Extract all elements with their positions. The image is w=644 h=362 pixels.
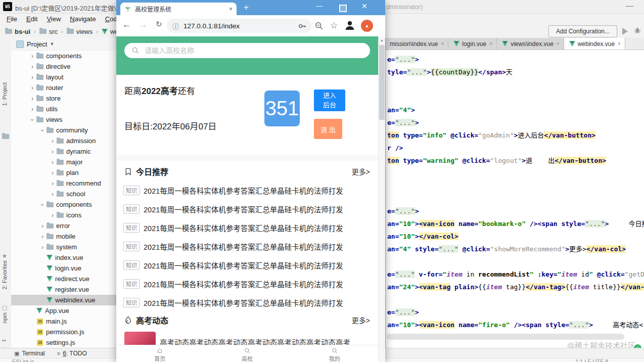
page-info-icon[interactable]: ⓘ [172,21,179,31]
school-search-box[interactable] [124,43,370,58]
tree-item-redirect-vue[interactable]: redirect.vue [11,274,116,284]
browser-tab[interactable]: 高校管理系统 × [120,3,237,15]
tree-item-admission[interactable]: ›admission [11,135,116,146]
tree-item-plan[interactable]: ›plan [11,167,116,178]
close-icon[interactable]: × [557,41,560,47]
tree-item-components[interactable]: ›components [11,199,116,210]
debug-icon[interactable] [634,27,641,34]
tree-item-login-vue[interactable]: login.vue [11,263,116,274]
tree-item-register-vue[interactable]: register.vue [11,284,116,295]
editor-tab-webindex-vue[interactable]: webindex.vue× [564,38,625,50]
recommend-item[interactable]: 知识2021每周一模各科实体机参考答案汇总单晶硅卡机的法师打发 [123,240,343,252]
editor-tab-login-vue[interactable]: login.vue× [448,38,497,50]
tree-item-store[interactable]: ›store [11,93,116,104]
tree-item-router[interactable]: ›router [11,82,116,93]
recommend-item[interactable]: 知识2021每周一模各科实体机参考答案汇总单晶硅卡机的法师打发 [123,184,343,196]
nav-item-首页[interactable]: 首页 [116,345,204,362]
tree-item-webindex-vue[interactable]: webindex.vue [11,295,116,305]
recommend-item[interactable]: 知识2021每周一模各科实体机参考答案汇总单晶硅卡机的法师打发 [123,203,343,215]
recommend-item[interactable]: 知识2021每周一模各科实体机参考答案汇总单晶硅卡机的法师打发 [123,221,343,234]
menu-view[interactable]: View [42,15,65,23]
tool-window-favorites[interactable]: 2: Favorites [2,260,8,289]
tree-item-utils[interactable]: ›utils [11,104,116,114]
tree-item-school[interactable]: ›school [11,189,116,199]
tree-item-recommend[interactable]: ›recommend [11,178,116,189]
nav-item-我的[interactable]: 我的 [291,345,378,362]
tree-item-icons[interactable]: ›icons [11,210,116,220]
tree-item-views[interactable]: ›views [11,114,116,125]
editor-tab-views-index-vue[interactable]: views\index.vue× [497,38,564,50]
breadcrumb-views[interactable]: views [66,28,93,35]
close-icon[interactable]: × [441,41,444,47]
scroll-up-arrow-icon[interactable]: ▲ [380,38,384,42]
favorites-star-icon[interactable]: ★ [2,253,7,259]
tree-item-error[interactable]: ›error [11,220,116,231]
browser-scrollbar[interactable]: ▲ [378,36,385,362]
back-button[interactable]: ← [122,20,131,30]
tab-close-icon[interactable]: × [229,6,233,13]
tree-item-community[interactable]: ›community [11,125,116,135]
tree-item-major[interactable]: ›major [11,157,116,167]
tree-item-settings-js[interactable]: JSsettings.js [11,337,116,348]
browser-maximize-button[interactable] [339,5,347,12]
menu-file[interactable]: File [2,15,22,23]
password-key-icon[interactable] [298,22,306,30]
tree-item-mobile[interactable]: ›mobile [11,231,116,242]
forward-button[interactable]: → [139,20,148,30]
recommend-item[interactable]: 知识2021每周一模各科实体机参考答案汇总单晶硅卡机的法师打发 [123,278,343,290]
browser-close-button[interactable]: ✕ [361,2,367,10]
menu-navigate[interactable]: Navigate [65,15,100,23]
recommend-section-title: 今日推荐 [136,165,352,177]
tree-item-directive[interactable]: ›directive [11,61,116,72]
breadcrumb-bsui[interactable]: bs-ui [4,28,30,35]
zoom-icon[interactable] [314,21,324,30]
npm-strip-icon[interactable]: ▢ [2,304,7,311]
tree-item-App-vue[interactable]: App.vue [11,305,116,316]
chevron-right-icon: › [29,63,35,70]
tool-window-npm[interactable]: npm [2,312,8,323]
tree-item-system[interactable]: ›system [11,242,116,252]
browser-minimize-button[interactable]: — [316,2,323,10]
go-admin-button[interactable]: 进入后台 [314,89,345,111]
tree-item-components[interactable]: ›components [11,51,116,61]
run-icon[interactable] [622,28,628,35]
add-configuration-button[interactable]: Add Configuration... [548,25,617,37]
tree-item-layout[interactable]: ›layout [11,72,116,82]
reload-button[interactable]: ↻ [156,20,162,29]
recommend-more-link[interactable]: 更多> [352,166,370,176]
tree-item-dynamic[interactable]: ›dynamic [11,146,116,157]
tool-window-project[interactable]: 1: Project [2,82,8,106]
recommend-item[interactable]: 知识2021每周一模各科实体机参考答案汇总单晶硅卡机的法师打发 [123,296,343,308]
tree-item-permission-js[interactable]: JSpermission.js [11,327,116,337]
close-icon[interactable]: × [489,41,492,47]
address-bar[interactable]: ⓘ 127.0.0.1:81/index [167,19,311,33]
tree-item-main-js[interactable]: JSmain.js [11,316,116,327]
bookmark-star-icon[interactable]: ☆ [330,20,338,31]
logout-button[interactable]: 退 出 [314,119,342,139]
update-arrow-icon[interactable]: ▲ [361,20,373,32]
chevron-right-icon: › [50,138,56,145]
recommend-item[interactable]: 知识2021每周一模各科实体机参考答案汇总单晶硅卡机的法师打发 [123,259,343,271]
url-text[interactable]: 127.0.0.1:81/index [183,22,298,30]
chevron-down-icon: › [39,127,46,133]
breadcrumb-src[interactable]: src [38,28,58,35]
notification-badge[interactable]: 1 [634,344,641,348]
page-header-band [116,36,378,75]
close-icon[interactable]: × [618,41,621,47]
code-view[interactable]: e="...">tyle="...">{{countDay}}</span>天a… [386,50,644,331]
structure-strip-icon[interactable]: ▪▪ [2,337,6,343]
editor-tab-mission-index-vue[interactable]: mission\index.vue× [386,38,448,50]
horizontal-scrollbar[interactable] [387,334,624,340]
scrollbar-thumb[interactable] [379,45,385,120]
nav-item-高校[interactable]: 高校 [204,345,291,362]
ide-minimize-button[interactable]: — [626,1,633,10]
project-panel-header[interactable]: Project ▼ [11,38,116,51]
search-input[interactable] [144,46,348,55]
menu-edit[interactable]: Edit [22,15,42,23]
todo-button[interactable]: ≡ 6: TODO [57,350,87,357]
dynamic-more-link[interactable]: 更多> [352,315,370,325]
terminal-button[interactable]: ▣ Terminal [14,350,45,357]
new-tab-button[interactable]: + [244,3,249,13]
tree-item-index-vue[interactable]: index.vue [11,252,116,263]
profile-icon[interactable] [344,19,356,31]
